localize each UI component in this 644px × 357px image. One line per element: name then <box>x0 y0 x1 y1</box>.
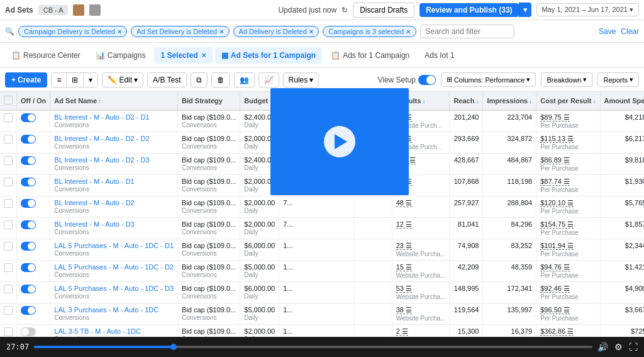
tab-ads[interactable]: 📋 Ads for 1 Campaign <box>325 47 416 64</box>
row-toggle-switch-4[interactable] <box>21 199 36 208</box>
row-name-link-10[interactable]: LAL 3-5 TB - M - Auto - 1DC <box>54 327 141 335</box>
tab-campaigns[interactable]: 📊 Campaigns <box>89 47 152 64</box>
video-controls: 🔊 ⚙ ⛶ <box>597 342 638 352</box>
volume-icon[interactable]: 🔊 <box>597 342 608 352</box>
col-cpr[interactable]: Cost per Result ↓ <box>536 92 600 110</box>
filter-chip-1[interactable]: Campaign Delivery is Deleted × <box>18 26 127 37</box>
row-spent-4: $5,765.00 <box>600 196 644 218</box>
row-bid-sub-8: Conversions <box>54 293 89 300</box>
row-checkbox-2[interactable] <box>4 156 13 165</box>
filter-remove-3[interactable]: × <box>309 28 313 35</box>
video-overlay[interactable] <box>270 88 409 195</box>
columns-button[interactable]: ⊞ Columns: Performance ▾ <box>441 72 536 87</box>
row-toggle-switch-10[interactable] <box>21 327 36 336</box>
col-reach[interactable]: Reach ↓ <box>450 92 483 110</box>
tab-ads-iot[interactable]: Ads Iot 1 <box>418 47 460 64</box>
duplicate-button[interactable]: ⧉ <box>191 72 208 88</box>
tab-1-selected[interactable]: 1 Selected × <box>154 47 212 64</box>
col-name[interactable]: Ad Set Name ↑ <box>50 92 178 110</box>
row-name-9: LAL 3 Purchases - M - Auto - 1DC Convers… <box>50 303 178 325</box>
col-toggle: Off / On <box>17 92 50 110</box>
row-edit-6: 1... <box>279 239 354 261</box>
row-toggle-switch-8[interactable] <box>21 285 36 293</box>
filter-remove-4[interactable]: × <box>406 28 410 35</box>
filter-chip-3[interactable]: Ad Delivery is Deleted × <box>233 26 319 37</box>
row-toggle-switch-1[interactable] <box>21 135 36 144</box>
delete-button[interactable]: 🗑 <box>211 72 230 88</box>
row-edit-4: 7... <box>279 196 354 218</box>
row-checkbox-3[interactable] <box>4 178 13 186</box>
col-impressions[interactable]: Impressions ↓ <box>483 92 536 110</box>
filter-remove-1[interactable]: × <box>118 28 121 35</box>
row-checkbox-8[interactable] <box>4 285 13 293</box>
create-button[interactable]: + Create <box>5 72 47 88</box>
row-name-link-5[interactable]: BL Interest - M - Auto - D3 <box>54 220 134 228</box>
filter-chip-2[interactable]: Ad Set Delivery is Deleted × <box>131 26 229 37</box>
rules-button[interactable]: Rules ▾ <box>283 72 319 88</box>
review-publish-button[interactable]: Review and Publish (33) <box>419 3 518 17</box>
row-checkbox-7[interactable] <box>4 263 13 272</box>
row-bid-sub-1: Conversions <box>54 143 89 150</box>
row-impressions-5: 84,296 <box>483 218 536 239</box>
tab-1-selected-close[interactable]: × <box>202 51 206 60</box>
discard-drafts-button[interactable]: Discard Drafts <box>353 3 414 18</box>
row-toggle-switch-9[interactable] <box>21 306 36 315</box>
chevron-down-button[interactable]: ▾ <box>84 73 97 87</box>
row-reach-2: 428,667 <box>450 154 483 175</box>
edit-button[interactable]: ✏️ Edit ▾ <box>102 72 143 88</box>
row-attr-9 <box>353 303 392 325</box>
row-name-link-8[interactable]: LAL 5 Purchases - M - Auto - 1DC - D3 <box>54 285 174 292</box>
search-input[interactable] <box>420 25 514 38</box>
row-results-7: 15 ☰ Website Purcha... <box>392 261 450 282</box>
col-spent[interactable]: Amount Spent ↓ <box>600 92 644 110</box>
list-view-button[interactable]: ≡ <box>52 73 67 87</box>
row-name-link-6[interactable]: LAL 5 Purchases - M - Auto - 1DC - D1 <box>54 242 174 249</box>
fullscreen-icon[interactable]: ⛶ <box>629 342 638 352</box>
row-toggle-switch-7[interactable] <box>21 263 36 272</box>
row-attr-10 <box>353 325 392 337</box>
row-name-link-1[interactable]: BL Interest - M - Auto - D2 - D2 <box>54 135 149 142</box>
review-more-button[interactable]: ▾ <box>519 3 531 17</box>
settings-icon[interactable]: ⚙ <box>614 342 623 352</box>
row-name-link-0[interactable]: BL Interest - M - Auto - D2 - D1 <box>54 113 149 121</box>
progress-bar[interactable] <box>34 346 592 348</box>
row-checkbox-4[interactable] <box>4 199 13 208</box>
row-name-link-4[interactable]: BL Interest - M - Auto - D2 <box>54 199 134 207</box>
select-all-checkbox[interactable] <box>4 96 13 105</box>
audience-button[interactable]: 👥 <box>234 72 255 88</box>
ab-test-button[interactable]: A/B Test <box>147 72 186 88</box>
filter-remove-2[interactable]: × <box>219 28 223 35</box>
save-link[interactable]: Save <box>599 27 616 36</box>
date-range[interactable]: May 1, 2021 – Jun 17, 2021 ▾ <box>536 3 639 16</box>
play-button[interactable] <box>324 126 355 157</box>
row-name-link-7[interactable]: LAL 5 Purchases - M - Auto - 1DC - D2 <box>54 263 174 271</box>
swatch-1 <box>73 4 84 16</box>
row-name-link-9[interactable]: LAL 3 Purchases - M - Auto - 1DC <box>54 306 158 314</box>
progress-fill <box>34 346 174 348</box>
row-checkbox-1[interactable] <box>4 135 13 144</box>
row-checkbox-6[interactable] <box>4 242 13 251</box>
row-toggle-switch-5[interactable] <box>21 220 36 229</box>
filter-bar: 🔍 Campaign Delivery is Deleted × Ad Set … <box>0 20 644 43</box>
clear-link[interactable]: Clear <box>621 27 639 36</box>
breakdown-button[interactable]: Breakdown ▾ <box>541 72 592 87</box>
tab-ad-sets[interactable]: ▦ Ad Sets for 1 Campaign <box>215 47 322 64</box>
view-setup-toggle[interactable] <box>418 75 436 85</box>
filter-chip-4[interactable]: Campaigns is 3 selected × <box>323 26 416 37</box>
row-impressions-10: 16,379 <box>483 325 536 337</box>
row-toggle-switch-2[interactable] <box>21 156 36 165</box>
row-toggle-switch-6[interactable] <box>21 242 36 251</box>
reports-button[interactable]: Reports ▾ <box>597 72 639 87</box>
row-checkbox-5[interactable] <box>4 220 13 229</box>
row-name-link-3[interactable]: BL Interest - M - Auto - D1 <box>54 178 134 185</box>
row-checkbox-10[interactable] <box>4 327 13 336</box>
grid-view-button[interactable]: ⊞ <box>67 73 84 87</box>
chart-button[interactable]: 📈 <box>258 72 279 88</box>
row-toggle-switch-0[interactable] <box>21 113 36 122</box>
row-checkbox-9[interactable] <box>4 306 13 315</box>
refresh-icon[interactable]: ↻ <box>341 6 348 14</box>
row-name-link-2[interactable]: BL Interest - M - Auto - D2 - D3 <box>54 156 149 164</box>
row-checkbox-0[interactable] <box>4 113 13 122</box>
tab-resource-center[interactable]: 📋 Resource Center <box>5 47 87 64</box>
row-toggle-switch-3[interactable] <box>21 178 36 186</box>
